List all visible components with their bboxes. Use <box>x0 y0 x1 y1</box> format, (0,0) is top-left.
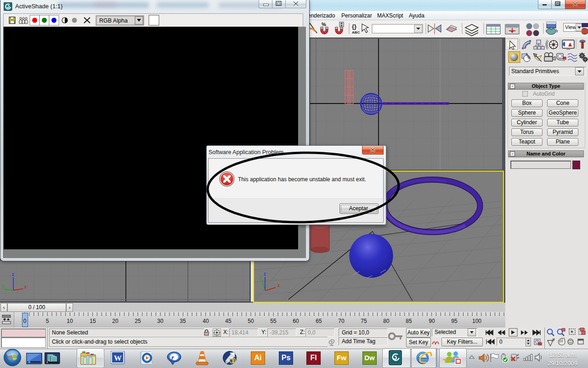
svg-text:r: r <box>171 354 174 361</box>
svg-text:%: % <box>322 22 326 27</box>
svg-text:{}: {} <box>352 23 356 30</box>
svg-text:z: z <box>264 271 266 276</box>
svg-text:z: z <box>12 272 14 277</box>
svg-text:x: x <box>24 284 27 289</box>
svg-text:y: y <box>259 275 261 280</box>
svg-text:RGB Alpha: RGB Alpha <box>99 17 128 24</box>
svg-text:ABC: ABC <box>352 30 360 34</box>
svg-text:W: W <box>114 354 122 362</box>
svg-text:y: y <box>2 283 4 288</box>
svg-text:x: x <box>277 283 280 288</box>
